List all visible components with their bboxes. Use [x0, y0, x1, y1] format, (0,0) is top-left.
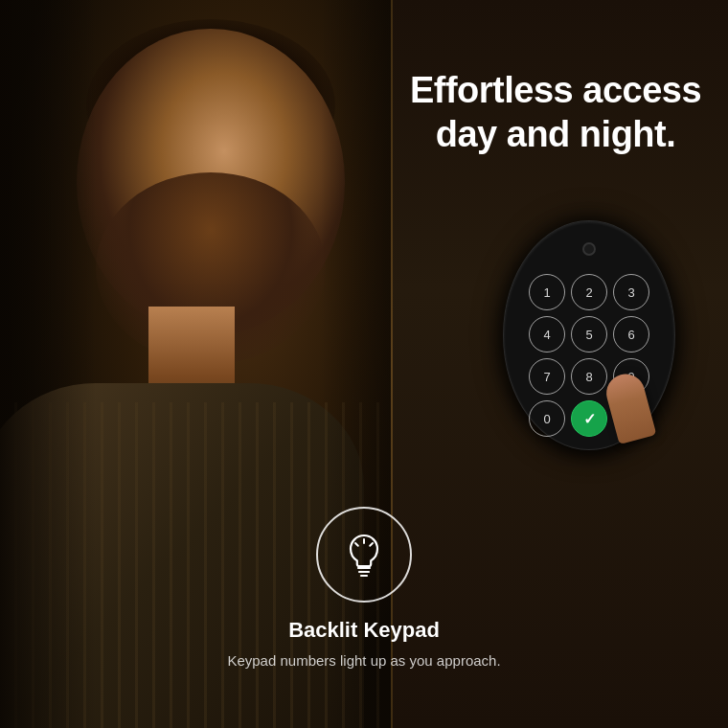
left-shadow — [0, 0, 96, 728]
key-2[interactable]: 2 — [571, 274, 607, 310]
smart-lock: 1 2 3 4 5 6 7 8 9 0 — [503, 220, 675, 450]
finger-shape — [603, 370, 657, 444]
feature-title: Backlit Keypad — [288, 618, 440, 643]
feature-description: Keypad numbers light up as you approach. — [227, 650, 500, 671]
finger — [596, 359, 648, 441]
feature-section: Backlit Keypad Keypad numbers light up a… — [182, 507, 546, 671]
key-7[interactable]: 7 — [529, 358, 565, 395]
key-4[interactable]: 4 — [529, 316, 565, 353]
main-container: Effortless access day and night. 1 2 3 4… — [0, 0, 728, 728]
lightbulb-icon — [339, 530, 389, 580]
key-0[interactable]: 0 — [529, 400, 565, 437]
headline-line1: Effortless access — [410, 70, 701, 110]
headline-line2: day and night. — [436, 114, 676, 154]
key-1[interactable]: 1 — [529, 274, 565, 310]
key-6[interactable]: 6 — [613, 316, 649, 353]
headline-text: Effortless access day and night. — [402, 69, 709, 156]
key-5[interactable]: 5 — [571, 316, 607, 353]
feature-icon-circle — [316, 507, 412, 603]
lock-camera — [582, 242, 596, 256]
key-3[interactable]: 3 — [613, 274, 649, 310]
